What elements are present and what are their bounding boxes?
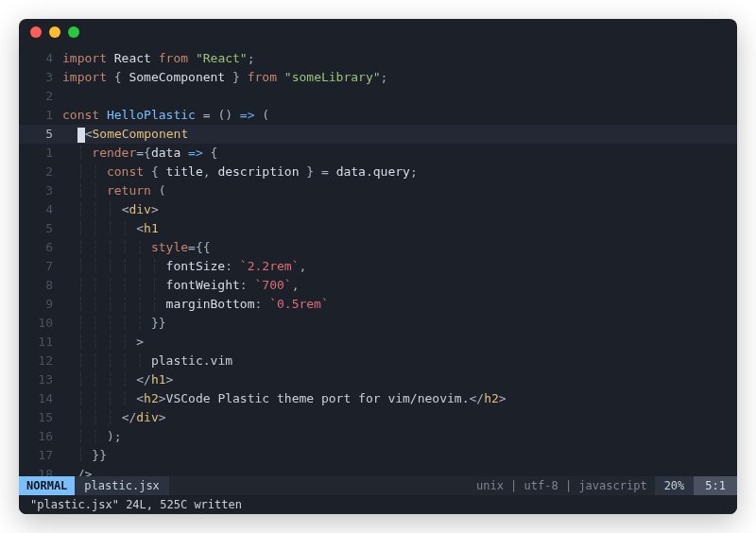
code-line: ┆ ┆ ┆ ┆ ┆ }} (62, 314, 737, 333)
gutter: 10 (19, 314, 62, 333)
code-line: ┆ ┆ ┆ ┆ </h1> (62, 370, 737, 389)
gutter: 2 (19, 163, 62, 181)
code-line: import React from "React"; (62, 49, 737, 68)
code-line: ┆ ┆ ┆ ┆ > (62, 333, 737, 352)
gutter: 7 (19, 257, 62, 276)
gutter: 11 (19, 333, 62, 352)
code-line: <SomeComponent (62, 125, 737, 144)
gutter: 9 (19, 295, 62, 314)
status-percent: 20% (655, 476, 695, 495)
code-line: ┆ ┆ ┆ ┆ <h2>VSCode Plastic theme port fo… (62, 389, 737, 408)
code-line: /> (62, 465, 737, 476)
gutter: 3 (19, 68, 62, 87)
code-line: ┆ ┆ ┆ </div> (62, 408, 737, 427)
gutter: 5 (19, 125, 62, 144)
gutter: 2 (19, 87, 62, 106)
gutter: 5 (19, 219, 62, 238)
code-line: ┆ ┆ ); (62, 427, 737, 446)
titlebar (19, 19, 737, 45)
code-line: ┆ ┆ ┆ ┆ ┆ style={{ (62, 238, 737, 257)
gutter: 18 (19, 465, 62, 476)
statusbar: NORMAL plastic.jsx unix | utf-8 | javasc… (19, 476, 737, 495)
gutter: 17 (19, 446, 62, 465)
status-position: 5:1 (694, 476, 737, 495)
code-line: const HelloPlastic = () => ( (62, 106, 737, 125)
gutter: 13 (19, 370, 62, 389)
code-line (62, 87, 737, 106)
code-line: ┆ ┆ ┆ ┆ ┆ ┆ marginBottom: `0.5rem` (62, 295, 737, 314)
status-format: unix | utf-8 | javascript (469, 479, 655, 492)
editor[interactable]: 4import React from "React"; 3import { So… (19, 45, 737, 476)
cursor (77, 128, 85, 143)
gutter: 1 (19, 144, 62, 163)
gutter: 6 (19, 238, 62, 257)
maximize-icon[interactable] (68, 26, 79, 38)
close-icon[interactable] (30, 26, 42, 38)
gutter: 4 (19, 49, 62, 68)
gutter: 1 (19, 106, 62, 125)
gutter: 12 (19, 352, 62, 370)
gutter: 15 (19, 408, 62, 427)
command-message: "plastic.jsx" 24L, 525C written (19, 495, 737, 514)
code-line: ┆ ┆ return ( (62, 181, 737, 200)
gutter: 14 (19, 389, 62, 408)
gutter: 3 (19, 181, 62, 200)
code-line: ┆ ┆ ┆ ┆ ┆ plastic.vim (62, 352, 737, 370)
code-line: ┆ ┆ ┆ ┆ ┆ ┆ fontSize: `2.2rem`, (62, 257, 737, 276)
code-line: ┆ }} (62, 446, 737, 465)
code-line: ┆ ┆ ┆ <div> (62, 200, 737, 219)
code-line: ┆ ┆ ┆ ┆ ┆ ┆ fontWeight: `700`, (62, 276, 737, 295)
code-line: ┆ ┆ const { title, description } = data.… (62, 163, 737, 181)
gutter: 16 (19, 427, 62, 446)
minimize-icon[interactable] (49, 26, 60, 38)
gutter: 4 (19, 200, 62, 219)
vim-mode: NORMAL (19, 476, 75, 495)
code-line: ┆ ┆ ┆ ┆ <h1 (62, 219, 737, 238)
code-line: ┆ render={data => { (62, 144, 737, 163)
gutter: 8 (19, 276, 62, 295)
terminal-window: 4import React from "React"; 3import { So… (19, 19, 737, 514)
status-filename: plastic.jsx (75, 476, 168, 495)
code-line: import { SomeComponent } from "someLibra… (62, 68, 737, 87)
